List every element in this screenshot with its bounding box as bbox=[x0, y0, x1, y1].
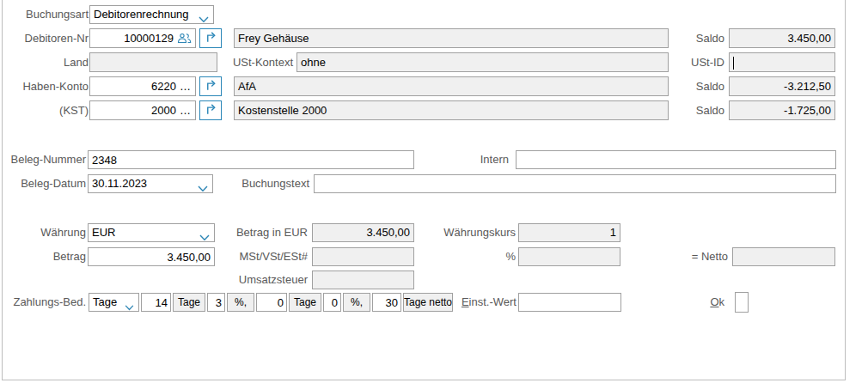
kst-saldo-label: Saldo bbox=[696, 100, 724, 120]
jump-arrow-icon bbox=[205, 31, 217, 46]
debitoren-nr-input[interactable]: 10000129 bbox=[89, 28, 196, 48]
ust-kontext-label: USt-Kontext bbox=[233, 52, 293, 72]
waehrung-label: Währung bbox=[40, 223, 86, 242]
einst-wert-label: Einst.-Wert bbox=[462, 293, 517, 312]
haben-konto-name-field: AfA bbox=[234, 76, 669, 96]
debitoren-nr-value: 10000129 bbox=[124, 29, 174, 47]
waehrungskurs-field: 1 bbox=[518, 223, 620, 242]
intern-input[interactable] bbox=[516, 150, 836, 169]
text-caret bbox=[733, 57, 734, 70]
skonto2-prozent-input[interactable] bbox=[323, 293, 341, 312]
contacts-icon[interactable] bbox=[177, 33, 192, 44]
prozent-label: % bbox=[505, 247, 516, 266]
chevron-down-icon bbox=[199, 229, 210, 246]
netto-field bbox=[732, 247, 835, 266]
zahlungsbed-modus-select[interactable]: Tage bbox=[89, 293, 139, 312]
skonto1-tage-input[interactable] bbox=[141, 293, 171, 312]
kst-label: (KST) bbox=[59, 100, 89, 120]
haben-saldo-label: Saldo bbox=[696, 76, 724, 96]
land-label: Land bbox=[64, 52, 89, 72]
debitoren-nr-label: Debitoren-Nr bbox=[25, 28, 89, 48]
waehrung-value: EUR bbox=[92, 224, 115, 241]
browse-ellipsis[interactable]: … bbox=[180, 77, 192, 95]
kst-saldo-field: -1.725,00 bbox=[729, 100, 835, 120]
zahlungsbed-modus-value: Tage bbox=[93, 294, 117, 311]
beleg-nummer-input[interactable] bbox=[88, 150, 414, 169]
intern-label: Intern bbox=[480, 150, 509, 169]
umsatzsteuer-label: Umsatzsteuer bbox=[239, 271, 308, 289]
haben-konto-value: 6220 bbox=[151, 77, 176, 95]
prozent-box: %, bbox=[343, 293, 370, 312]
tage-netto-box: Tage netto bbox=[403, 293, 453, 312]
betrag-in-eur-label: Betrag in EUR bbox=[236, 223, 308, 242]
debitor-jump-button[interactable] bbox=[199, 28, 222, 48]
beleg-datum-value: 30.11.2023 bbox=[92, 175, 147, 192]
debitor-saldo-field: 3.450,00 bbox=[729, 28, 835, 48]
kst-input[interactable]: 2000 … bbox=[89, 100, 196, 120]
zahlungsbed-label: Zahlungs-Bed. bbox=[13, 293, 86, 312]
ust-id-input[interactable] bbox=[729, 52, 835, 72]
tage-box: Tage bbox=[289, 293, 321, 312]
skonto1-prozent-input[interactable] bbox=[207, 293, 225, 312]
ust-id-label: USt-ID bbox=[691, 52, 724, 72]
buchungsart-select[interactable]: Debitorenrechnung bbox=[89, 5, 214, 24]
prozent-field bbox=[518, 247, 620, 266]
betrag-label: Betrag bbox=[53, 247, 86, 266]
chevron-down-icon bbox=[199, 11, 209, 28]
chevron-down-icon bbox=[125, 299, 134, 316]
buchungsart-label: Buchungsart bbox=[26, 5, 89, 24]
beleg-datum-select[interactable]: 30.11.2023 bbox=[88, 174, 213, 193]
land-field bbox=[89, 52, 217, 72]
kst-jump-button[interactable] bbox=[199, 100, 222, 120]
haben-konto-input[interactable]: 6220 … bbox=[89, 76, 196, 96]
skonto2-tage-input[interactable] bbox=[256, 293, 287, 312]
tage-box: Tage bbox=[173, 293, 205, 312]
waehrungskurs-label: Währungskurs bbox=[443, 223, 516, 242]
haben-konto-label: Haben-Konto bbox=[22, 76, 89, 96]
chevron-down-icon bbox=[198, 180, 208, 198]
beleg-datum-label: Beleg-Datum bbox=[21, 174, 86, 193]
browse-ellipsis[interactable]: … bbox=[180, 101, 192, 119]
waehrung-select[interactable]: EUR bbox=[88, 223, 215, 242]
debitor-saldo-label: Saldo bbox=[696, 28, 724, 48]
buchungsart-value: Debitorenrechnung bbox=[94, 6, 189, 23]
ok-label: Ok bbox=[710, 293, 724, 312]
kst-value: 2000 bbox=[151, 101, 176, 119]
prozent-box: %, bbox=[227, 293, 254, 312]
debitor-name-field: Frey Gehäuse bbox=[234, 28, 669, 48]
netto-label: = Netto bbox=[692, 247, 728, 266]
beleg-nummer-label: Beleg-Nummer bbox=[11, 150, 86, 169]
booking-form: Buchungsart Debitorenrechnung Debitoren-… bbox=[0, 0, 868, 383]
mst-vst-est-field bbox=[312, 247, 414, 266]
mst-vst-est-label: MSt/VSt/ESt# bbox=[240, 247, 308, 266]
buchungstext-input[interactable] bbox=[314, 174, 836, 193]
betrag-in-eur-field: 3.450,00 bbox=[312, 223, 414, 242]
buchungstext-label: Buchungstext bbox=[241, 174, 309, 193]
ust-kontext-field: ohne bbox=[296, 52, 669, 72]
haben-saldo-field: -3.212,50 bbox=[729, 76, 835, 96]
kst-name-field: Kostenstelle 2000 bbox=[234, 100, 669, 120]
betrag-input[interactable] bbox=[88, 247, 215, 266]
jump-arrow-icon bbox=[205, 79, 217, 94]
einst-wert-input[interactable] bbox=[518, 293, 621, 312]
jump-arrow-icon bbox=[205, 103, 217, 119]
ok-checkbox[interactable] bbox=[735, 292, 749, 313]
netto-tage-input[interactable] bbox=[372, 293, 401, 312]
haben-konto-jump-button[interactable] bbox=[199, 76, 222, 96]
umsatzsteuer-field bbox=[312, 271, 414, 289]
